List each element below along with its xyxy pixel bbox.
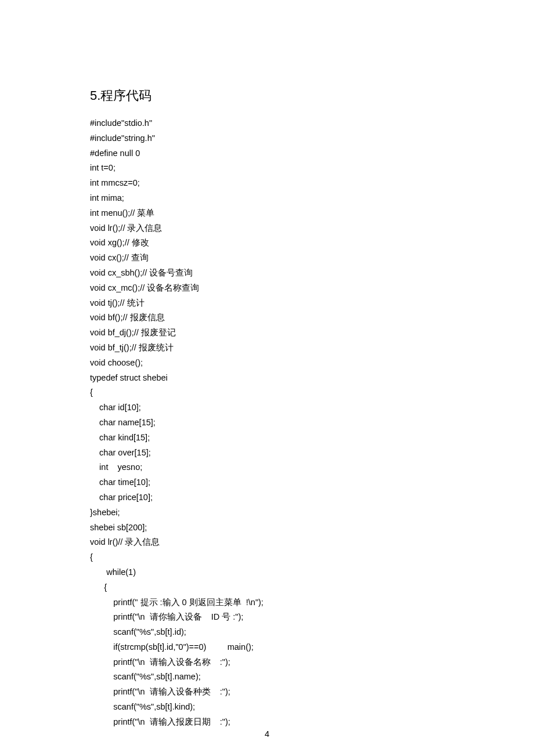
code-line: printf("\n 请输入设备名称 :"); xyxy=(90,655,447,670)
code-line: { xyxy=(90,550,447,565)
code-line: printf("\n 请你输入设备 ID 号 :"); xyxy=(90,610,447,625)
code-line: char time[10]; xyxy=(90,475,447,490)
document-page: 5.程序代码 #include"stdio.h"#include"string.… xyxy=(0,0,534,756)
code-line: }shebei; xyxy=(90,505,447,520)
code-line: scanf("%s",sb[t].kind); xyxy=(90,700,447,715)
code-line: void cx();// 查询 xyxy=(90,251,447,266)
code-line: int t=0; xyxy=(90,161,447,176)
code-line: void choose(); xyxy=(90,356,447,371)
page-number: 4 xyxy=(0,729,534,739)
code-block: #include"stdio.h"#include"string.h"#defi… xyxy=(90,116,447,730)
code-line: void tj();// 统计 xyxy=(90,296,447,311)
code-line: { xyxy=(90,385,447,400)
code-line: { xyxy=(90,580,447,595)
code-line: if(strcmp(sb[t].id,"0")==0) main(); xyxy=(90,640,447,655)
heading-text: 程序代码 xyxy=(100,88,151,103)
code-line: void cx_sbh();// 设备号查询 xyxy=(90,266,447,281)
code-line: printf("\n 请输入报废日期 :"); xyxy=(90,715,447,730)
code-line: void bf_tj();// 报废统计 xyxy=(90,341,447,356)
code-line: shebei sb[200]; xyxy=(90,520,447,536)
code-line: printf(" 提示 :输入 0 则返回主菜单 !\n"); xyxy=(90,595,447,610)
code-line: void bf();// 报废信息 xyxy=(90,310,447,325)
code-line: scanf("%s",sb[t].id); xyxy=(90,625,447,640)
code-line: printf("\n 请输入设备种类 :"); xyxy=(90,685,447,700)
code-line: void cx_mc();// 设备名称查询 xyxy=(90,281,447,296)
code-line: scanf("%s",sb[t].name); xyxy=(90,670,447,685)
code-line: int mima; xyxy=(90,191,447,206)
code-line: void lr()// 录入信息 xyxy=(90,535,447,550)
code-line: char price[10]; xyxy=(90,490,447,505)
code-line: #define null 0 xyxy=(90,146,447,161)
code-line: int menu();// 菜单 xyxy=(90,206,447,221)
code-line: int mmcsz=0; xyxy=(90,176,447,191)
code-line: while(1) xyxy=(90,565,447,580)
code-line: #include"stdio.h" xyxy=(90,116,447,131)
code-line: void bf_dj();// 报废登记 xyxy=(90,325,447,341)
code-line: typedef struct shebei xyxy=(90,371,447,386)
code-line: char id[10]; xyxy=(90,400,447,415)
code-line: int yesno; xyxy=(90,460,447,475)
heading-number: 5. xyxy=(90,88,100,103)
code-line: void xg();// 修改 xyxy=(90,236,447,251)
code-line: #include"string.h" xyxy=(90,131,447,146)
section-heading: 5.程序代码 xyxy=(90,87,447,104)
code-line: char kind[15]; xyxy=(90,431,447,446)
code-line: char name[15]; xyxy=(90,415,447,431)
code-line: void lr();// 录入信息 xyxy=(90,221,447,236)
code-line: char over[15]; xyxy=(90,446,447,461)
